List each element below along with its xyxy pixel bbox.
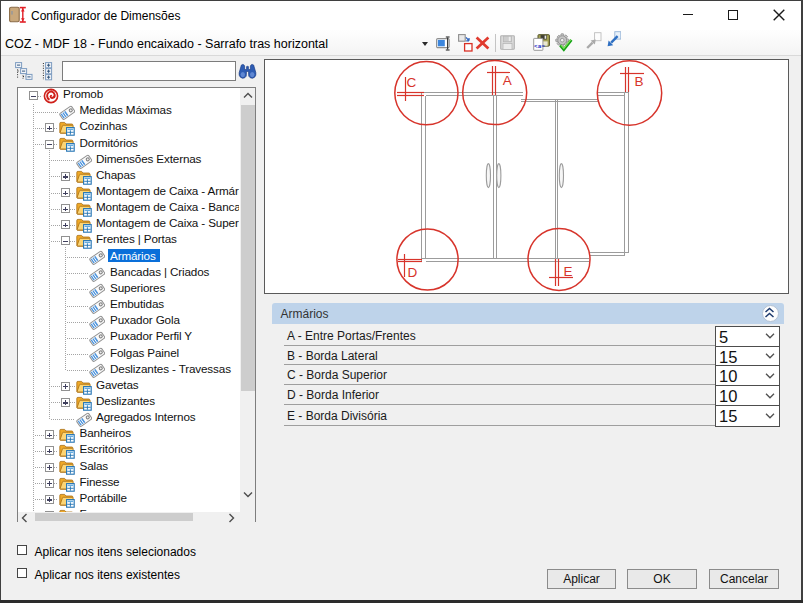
svg-text:E: E [564,264,573,279]
svg-text:A: A [503,73,512,88]
svg-text:C: C [407,75,417,90]
svg-text:B: B [635,74,644,89]
svg-text:D: D [408,265,418,280]
svg-text:<a=: <a= [534,43,545,50]
